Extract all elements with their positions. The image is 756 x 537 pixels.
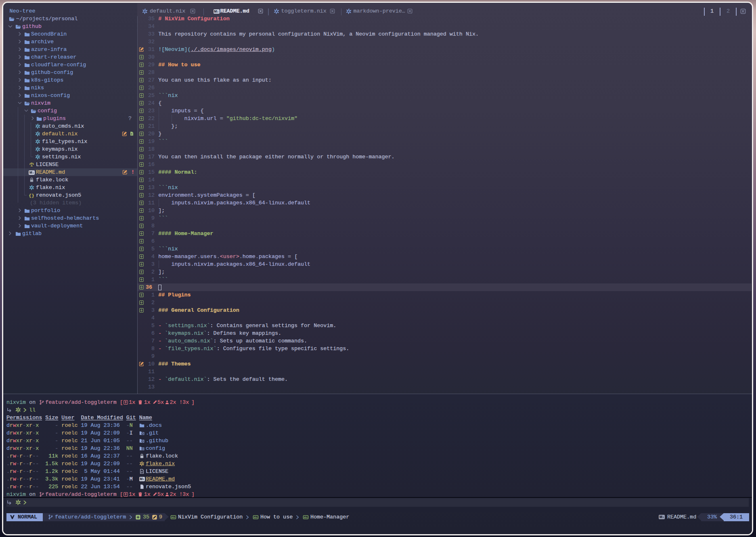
svg-text:abc: abc bbox=[254, 516, 258, 518]
svg-text:abc: abc bbox=[172, 516, 175, 518]
svg-text:abc: abc bbox=[304, 516, 308, 518]
svg-text:{}: {} bbox=[29, 193, 34, 198]
